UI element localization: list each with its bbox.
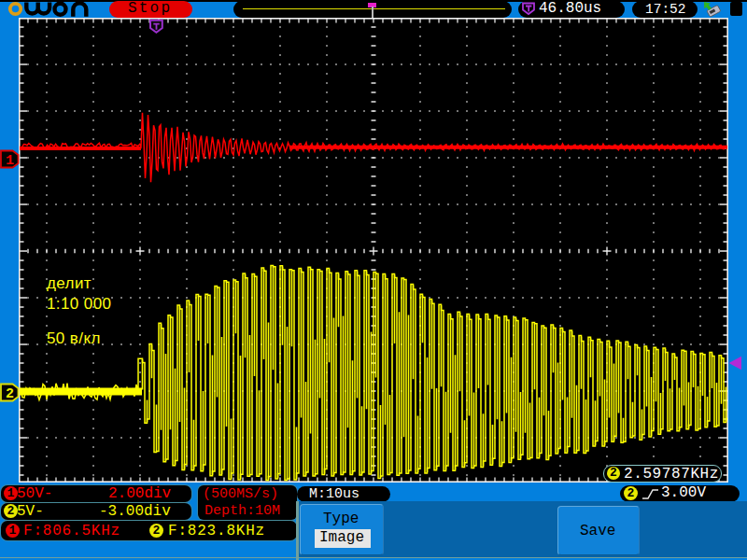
- svg-text:2: 2: [6, 386, 14, 402]
- svg-text:1: 1: [6, 153, 14, 169]
